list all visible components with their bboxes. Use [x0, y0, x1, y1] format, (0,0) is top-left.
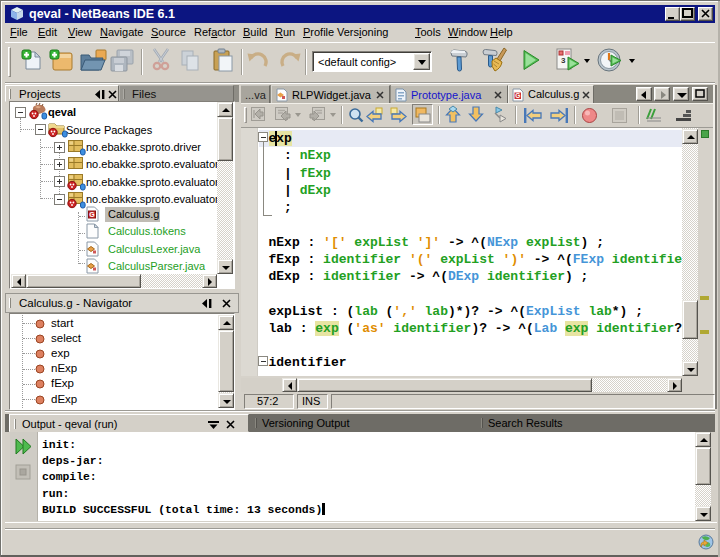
svg-text:G: G — [89, 211, 95, 218]
svg-text:3: 3 — [561, 56, 566, 65]
svg-text:G: G — [515, 92, 520, 99]
